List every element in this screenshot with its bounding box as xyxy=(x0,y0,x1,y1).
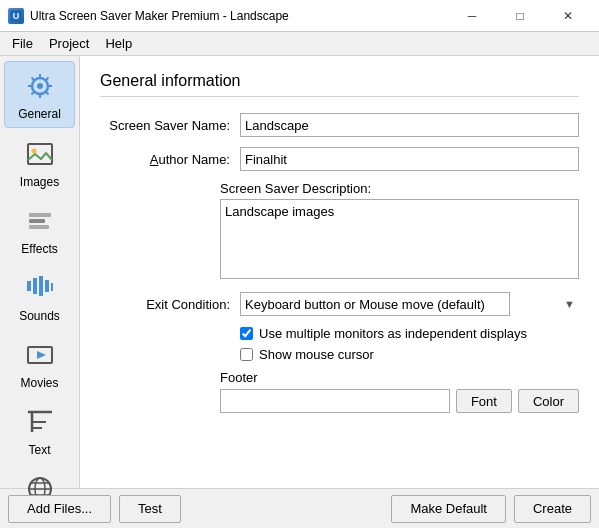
effects-icon xyxy=(22,203,58,239)
svg-rect-14 xyxy=(29,213,51,217)
description-label: Screen Saver Description: xyxy=(220,181,579,196)
menu-project[interactable]: Project xyxy=(41,34,97,53)
content-area: General information Screen Saver Name: A… xyxy=(80,56,599,488)
menu-help[interactable]: Help xyxy=(97,34,140,53)
svg-line-9 xyxy=(45,92,48,95)
svg-point-13 xyxy=(31,149,36,154)
sidebar-movies-label: Movies xyxy=(20,376,58,390)
menu-file[interactable]: File xyxy=(4,34,41,53)
description-textarea-wrapper: Landscape images xyxy=(220,199,579,282)
svg-rect-21 xyxy=(51,283,53,291)
footer-input[interactable] xyxy=(220,389,450,413)
monitors-checkbox-label[interactable]: Use multiple monitors as independent dis… xyxy=(259,326,527,341)
svg-rect-19 xyxy=(39,276,43,296)
sidebar-effects-label: Effects xyxy=(21,242,57,256)
screen-saver-name-input[interactable] xyxy=(240,113,579,137)
footer-label: Footer xyxy=(220,370,579,385)
svg-line-8 xyxy=(31,78,34,81)
sidebar-general-label: General xyxy=(18,107,61,121)
sidebar: General Images Effects xyxy=(0,56,80,488)
movies-icon xyxy=(22,337,58,373)
font-button[interactable]: Font xyxy=(456,389,512,413)
images-icon xyxy=(22,136,58,172)
cursor-checkbox[interactable] xyxy=(240,348,253,361)
sidebar-text-label: Text xyxy=(28,443,50,457)
cursor-checkbox-label[interactable]: Show mouse cursor xyxy=(259,347,374,362)
sidebar-item-text[interactable]: Text xyxy=(4,398,75,463)
bottom-bar: Add Files... Test Make Default Create xyxy=(0,488,599,528)
close-button[interactable]: ✕ xyxy=(545,6,591,26)
exit-condition-select-wrapper: Keyboard button or Mouse move (default)K… xyxy=(240,292,579,316)
add-files-button[interactable]: Add Files... xyxy=(8,495,111,523)
description-textarea[interactable]: Landscape images xyxy=(220,199,579,279)
exit-condition-label: Exit Condition: xyxy=(100,297,240,312)
svg-rect-16 xyxy=(29,225,49,229)
svg-point-3 xyxy=(37,83,43,89)
sidebar-sounds-label: Sounds xyxy=(19,309,60,323)
description-block: Screen Saver Description: Landscape imag… xyxy=(100,181,579,282)
screen-saver-name-label: Screen Saver Name: xyxy=(100,118,240,133)
maximize-button[interactable]: □ xyxy=(497,6,543,26)
screen-saver-name-row: Screen Saver Name: xyxy=(100,113,579,137)
main-layout: General Images Effects xyxy=(0,56,599,488)
cursor-checkbox-row: Show mouse cursor xyxy=(240,347,579,362)
exit-condition-row: Exit Condition: Keyboard button or Mouse… xyxy=(100,292,579,316)
author-name-row: Author Name: xyxy=(100,147,579,171)
sidebar-item-general[interactable]: General xyxy=(4,61,75,128)
sidebar-images-label: Images xyxy=(20,175,59,189)
svg-rect-15 xyxy=(29,219,45,223)
monitors-checkbox[interactable] xyxy=(240,327,253,340)
create-button[interactable]: Create xyxy=(514,495,591,523)
svg-rect-20 xyxy=(45,280,49,292)
test-button[interactable]: Test xyxy=(119,495,181,523)
svg-rect-18 xyxy=(33,278,37,294)
svg-marker-23 xyxy=(37,351,46,359)
svg-line-11 xyxy=(31,92,34,95)
select-arrow-icon: ▼ xyxy=(564,298,575,310)
menu-bar: File Project Help xyxy=(0,32,599,56)
monitors-checkbox-row: Use multiple monitors as independent dis… xyxy=(240,326,579,341)
sidebar-item-effects[interactable]: Effects xyxy=(4,197,75,262)
text-icon xyxy=(22,404,58,440)
footer-input-row: Font Color xyxy=(220,389,579,413)
sidebar-item-movies[interactable]: Movies xyxy=(4,331,75,396)
svg-rect-12 xyxy=(28,144,52,164)
sounds-icon xyxy=(22,270,58,306)
color-button[interactable]: Color xyxy=(518,389,579,413)
title-bar-left: U Ultra Screen Saver Maker Premium - Lan… xyxy=(8,8,289,24)
svg-rect-17 xyxy=(27,281,31,291)
window-controls: ─ □ ✕ xyxy=(449,6,591,26)
general-icon xyxy=(22,68,58,104)
exit-condition-select[interactable]: Keyboard button or Mouse move (default)K… xyxy=(240,292,510,316)
sidebar-item-sounds[interactable]: Sounds xyxy=(4,264,75,329)
minimize-button[interactable]: ─ xyxy=(449,6,495,26)
footer-section: Footer Font Color xyxy=(100,370,579,413)
svg-text:U: U xyxy=(13,11,20,21)
window-title: Ultra Screen Saver Maker Premium - Lands… xyxy=(30,9,289,23)
author-name-label: Author Name: xyxy=(100,152,240,167)
app-icon: U xyxy=(8,8,24,24)
make-default-button[interactable]: Make Default xyxy=(391,495,506,523)
svg-line-10 xyxy=(45,78,48,81)
sidebar-item-images[interactable]: Images xyxy=(4,130,75,195)
author-name-input[interactable] xyxy=(240,147,579,171)
page-title: General information xyxy=(100,72,579,97)
title-bar: U Ultra Screen Saver Maker Premium - Lan… xyxy=(0,0,599,32)
